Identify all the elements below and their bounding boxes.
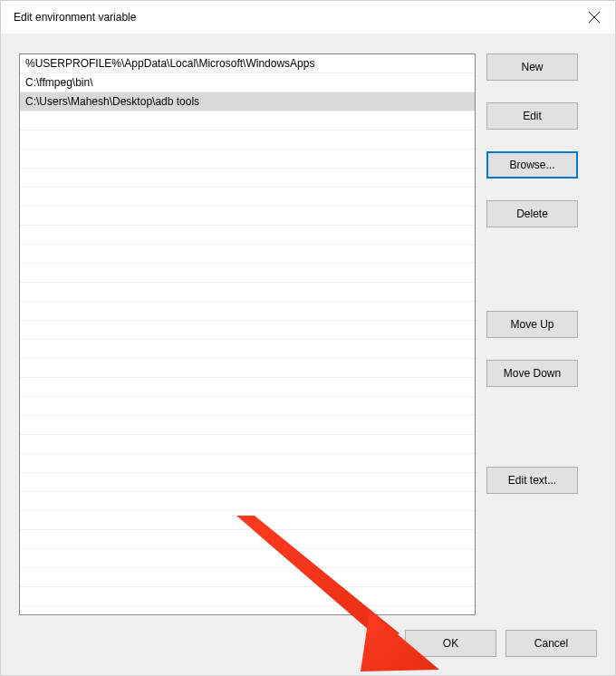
path-list-empty-row[interactable] [20, 321, 475, 340]
path-list-empty-row[interactable] [20, 283, 475, 302]
move-down-button[interactable]: Move Down [486, 360, 578, 387]
spacer [486, 409, 578, 467]
path-list-empty-row[interactable] [20, 111, 475, 130]
path-list-empty-row[interactable] [20, 511, 475, 530]
path-list-empty-row[interactable] [20, 378, 475, 397]
path-list-empty-row[interactable] [20, 530, 475, 549]
dialog-content: %USERPROFILE%\AppData\Local\Microsoft\Wi… [1, 34, 615, 675]
path-list-empty-row[interactable] [20, 473, 475, 492]
bottom-buttons: OK Cancel [405, 630, 597, 657]
move-up-button[interactable]: Move Up [486, 311, 578, 338]
path-list-empty-row[interactable] [20, 587, 475, 606]
path-list-item[interactable]: C:\ffmpeg\bin\ [20, 73, 475, 92]
path-list-item[interactable]: %USERPROFILE%\AppData\Local\Microsoft\Wi… [20, 54, 475, 73]
path-list-item[interactable]: C:\Users\Mahesh\Desktop\adb tools [20, 92, 475, 111]
delete-button[interactable]: Delete [486, 200, 578, 227]
path-list[interactable]: %USERPROFILE%\AppData\Local\Microsoft\Wi… [19, 53, 476, 615]
path-list-empty-row[interactable] [20, 435, 475, 454]
path-list-empty-row[interactable] [20, 130, 475, 150]
window-title: Edit environment variable [14, 11, 136, 24]
main-area: %USERPROFILE%\AppData\Local\Microsoft\Wi… [19, 53, 597, 615]
path-list-empty-row[interactable] [20, 492, 475, 511]
close-button[interactable] [573, 3, 615, 32]
path-list-empty-row[interactable] [20, 359, 475, 378]
path-list-empty-row[interactable] [20, 150, 475, 169]
edit-text-button[interactable]: Edit text... [486, 467, 578, 494]
path-list-empty-row[interactable] [20, 245, 475, 264]
path-list-empty-row[interactable] [20, 416, 475, 435]
edit-button[interactable]: Edit [486, 102, 578, 130]
new-button[interactable]: New [486, 53, 578, 81]
path-list-empty-row[interactable] [20, 188, 475, 207]
path-list-empty-row[interactable] [20, 264, 475, 283]
path-list-empty-row[interactable] [20, 454, 475, 473]
path-list-empty-row[interactable] [20, 549, 475, 568]
close-icon [589, 12, 600, 23]
path-list-empty-row[interactable] [20, 302, 475, 321]
path-list-empty-row[interactable] [20, 207, 475, 226]
path-list-empty-row[interactable] [20, 397, 475, 416]
path-list-empty-row[interactable] [20, 340, 475, 359]
ok-button[interactable]: OK [405, 630, 496, 657]
spacer [486, 249, 578, 311]
path-list-empty-row[interactable] [20, 568, 475, 587]
path-list-empty-row[interactable] [20, 169, 475, 188]
browse-button[interactable]: Browse... [486, 151, 578, 179]
cancel-button[interactable]: Cancel [505, 630, 597, 657]
path-list-empty-row[interactable] [20, 226, 475, 245]
side-button-column: New Edit Browse... Delete Move Up Move D… [486, 53, 578, 615]
titlebar: Edit environment variable [1, 1, 615, 34]
